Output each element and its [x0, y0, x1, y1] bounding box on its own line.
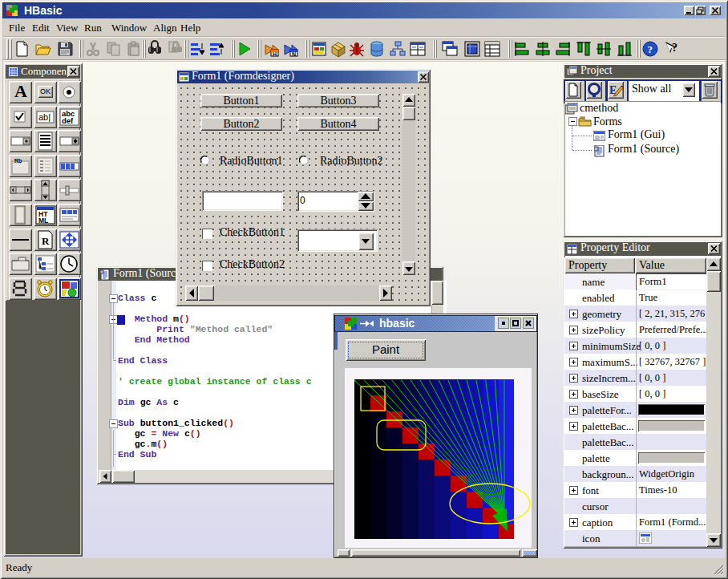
svg-text:H: H — [273, 51, 277, 57]
svg-text:N: N — [292, 51, 296, 57]
svg-text:ML: ML — [38, 217, 48, 225]
svg-text:?: ? — [672, 42, 677, 54]
svg-text:?: ? — [648, 43, 653, 55]
svg-text:def: def — [62, 116, 74, 125]
svg-text:ab|: ab| — [38, 112, 51, 122]
svg-text:R: R — [42, 235, 50, 247]
svg-text:Rb: Rb — [14, 158, 22, 164]
